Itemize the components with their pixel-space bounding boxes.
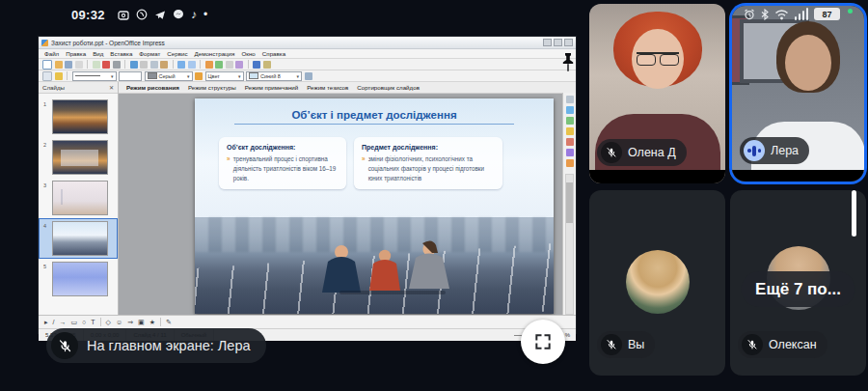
sidebar-transition-icon[interactable]	[566, 149, 574, 156]
draw-arrow-icon[interactable]: →	[59, 319, 66, 325]
fill-color-dropdown[interactable]: Синий 8▾	[246, 71, 302, 81]
participant-tile-lera[interactable]: Лера	[732, 6, 864, 182]
standard-toolbar	[39, 59, 576, 70]
copy-icon[interactable]	[150, 61, 158, 69]
slide-thumbnail-3[interactable]: 3	[39, 178, 118, 218]
select-arrow-icon[interactable]	[42, 71, 52, 81]
more-participants-badge[interactable]: Ещё 7 по...	[741, 271, 855, 307]
draw-select-icon[interactable]: ▸	[44, 319, 48, 325]
zoom-icon[interactable]	[235, 61, 243, 69]
impress-titlebar[interactable]: Захист роботи.ppt - OpenOffice Impress	[39, 37, 576, 49]
chart-icon[interactable]	[205, 61, 213, 69]
draw-ellipse-icon[interactable]: ○	[82, 319, 86, 325]
paste-icon[interactable]	[160, 61, 168, 69]
navigator-icon[interactable]	[263, 61, 271, 69]
print-icon[interactable]	[113, 61, 121, 69]
paint-bucket-icon[interactable]	[195, 72, 203, 80]
slide-thumbnail-1[interactable]: 1	[39, 97, 118, 137]
new-doc-icon[interactable]	[42, 60, 52, 70]
sidebar-master-icon[interactable]	[566, 159, 574, 167]
menu-format[interactable]: Формат	[139, 50, 160, 57]
participant-tile-you[interactable]: Вы	[589, 190, 725, 376]
slide-thumbnail-5[interactable]: 5	[39, 259, 118, 299]
fullscreen-button[interactable]	[521, 320, 565, 364]
menu-insert[interactable]: Вставка	[110, 50, 132, 57]
participants-scrollbar[interactable]	[852, 190, 856, 237]
current-slide[interactable]: Об’єкт і предмет дослідження Об’єкт досл…	[195, 98, 554, 314]
object-text: тренувальний процес і спортивна діяльніс…	[233, 154, 339, 182]
tab-drawing-view[interactable]: Режим рисования	[126, 84, 179, 91]
draw-basic-shapes-icon[interactable]: ◇	[106, 319, 111, 325]
line-width-stepper[interactable]	[119, 71, 142, 81]
image-icon[interactable]	[215, 61, 223, 69]
close-button[interactable]	[564, 39, 573, 46]
menu-help[interactable]: Справка	[262, 50, 285, 57]
edit-file-icon[interactable]	[93, 61, 100, 69]
line-style-dropdown[interactable]: ▾	[72, 71, 117, 81]
participant-name: Олексан	[769, 338, 817, 351]
main-screen-label: На главном экране: Лера	[87, 338, 251, 353]
open-icon[interactable]	[55, 61, 63, 69]
undo-icon[interactable]	[177, 61, 185, 69]
subject-text: зміни фізіологічних, психологічних та со…	[368, 154, 495, 182]
save-icon[interactable]	[65, 61, 72, 69]
line-color-dropdown[interactable]: Серый▾	[145, 71, 193, 81]
slide-title-rule	[234, 124, 514, 125]
menu-edit[interactable]: Правка	[66, 50, 86, 57]
draw-flowchart-icon[interactable]: ▣	[138, 319, 145, 325]
screen-share-area[interactable]: Захист роботи.ppt - OpenOffice Impress Ф…	[39, 37, 576, 333]
minimize-button[interactable]	[543, 39, 552, 46]
arrow-style-icon[interactable]	[55, 72, 63, 80]
participant-tile-olena[interactable]: Олена Д	[589, 4, 725, 183]
help-icon[interactable]	[253, 61, 260, 69]
pinned-share-icon[interactable]	[560, 52, 576, 73]
draw-text-icon[interactable]: T	[91, 319, 95, 325]
slide-thumbnail-4-selected[interactable]: 4	[39, 218, 118, 259]
slides-panel-close-icon[interactable]: ✕	[109, 84, 114, 91]
draw-edit-points-icon[interactable]: ✎	[166, 319, 172, 325]
draw-block-arrows-icon[interactable]: ⇒	[127, 319, 133, 325]
menu-window[interactable]: Окно	[241, 50, 255, 57]
slide-scrollbar-thumb[interactable]	[566, 182, 573, 223]
sidebar-styles-icon[interactable]	[566, 127, 574, 135]
menu-slideshow[interactable]: Демонстрация	[195, 50, 235, 57]
cut-icon[interactable]	[140, 61, 148, 69]
slide-thumbnail-2[interactable]: 2	[39, 137, 118, 178]
draw-symbol-shapes-icon[interactable]: ☺	[116, 319, 122, 325]
pdf-icon[interactable]	[102, 61, 110, 69]
slide-scrollbar[interactable]	[565, 174, 574, 315]
menu-file[interactable]: Файл	[44, 50, 59, 57]
line-filling-toolbar: ▾ Серый▾ Цвет▾ Синий 8▾	[39, 70, 576, 82]
athletes-track-photo	[195, 217, 554, 314]
sidebar-navigator-icon[interactable]	[566, 117, 574, 125]
sidebar-gallery-icon[interactable]	[566, 106, 574, 114]
tab-slide-sorter-view[interactable]: Сортировщик слайдов	[357, 84, 420, 91]
redo-icon[interactable]	[188, 61, 196, 69]
mic-muted-icon	[742, 334, 763, 355]
slide-title: Об’єкт і предмет дослідження	[195, 109, 554, 121]
draw-line-icon[interactable]: /	[53, 319, 55, 325]
participant-tile-oleksandr[interactable]: Ещё 7 по... Олексан	[730, 190, 866, 376]
email-icon[interactable]	[75, 61, 83, 69]
grid-icon[interactable]	[226, 61, 233, 69]
area-style-dropdown[interactable]: Цвет▾	[205, 71, 244, 81]
sidebar-animation-icon[interactable]	[566, 138, 574, 146]
mic-muted-icon	[51, 332, 78, 359]
tab-handout-view[interactable]: Режим тезисов	[307, 84, 348, 91]
shadow-icon[interactable]	[305, 72, 312, 80]
sidebar-properties-icon[interactable]	[566, 96, 574, 103]
participant-name-pill: Олена Д	[597, 139, 687, 166]
maximize-button[interactable]	[554, 39, 562, 46]
tab-notes-view[interactable]: Режим примечаний	[245, 84, 299, 91]
window-controls[interactable]	[543, 39, 573, 46]
spellcheck-icon[interactable]	[130, 61, 138, 69]
more-notifications-dot: •	[203, 10, 207, 19]
menu-view[interactable]: Вид	[93, 50, 103, 57]
participant-name-pill: Лера	[740, 137, 809, 164]
window-title: Захист роботи.ppt - OpenOffice Impress	[51, 40, 165, 46]
bullet-icon: »	[227, 154, 231, 182]
draw-rectangle-icon[interactable]: ▭	[70, 319, 77, 325]
tab-outline-view[interactable]: Режим структуры	[188, 84, 236, 91]
draw-stars-icon[interactable]: ★	[149, 319, 155, 325]
menu-tools[interactable]: Сервис	[167, 50, 187, 57]
